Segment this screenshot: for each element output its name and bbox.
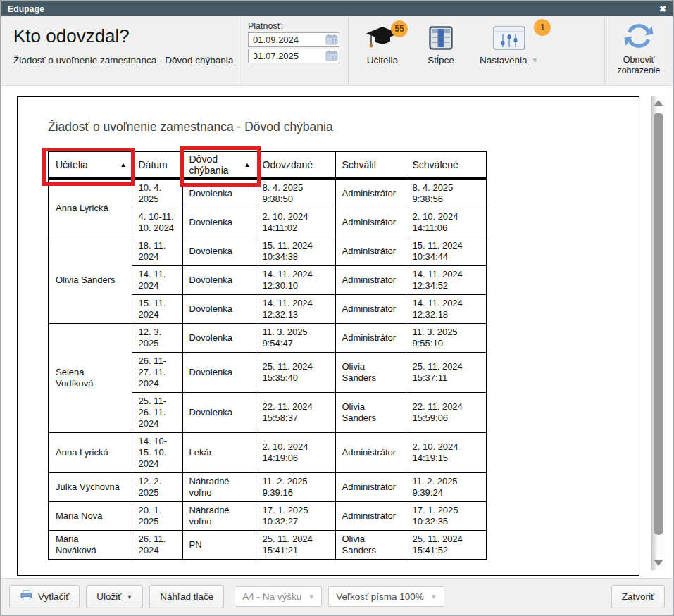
table-cell: 20. 1. 2025: [132, 502, 182, 531]
table-cell: 11. 2. 2025 9:39:16: [256, 473, 335, 502]
chevron-down-icon[interactable]: ▼: [532, 56, 539, 64]
table-row: Julka Výchovná12. 2. 2025Náhradné voľno1…: [49, 473, 487, 502]
table-cell: 15. 11. 2024: [132, 295, 182, 324]
table-cell: 12. 3. 2025: [132, 324, 182, 353]
table-row: Mária Nová20. 1. 2025Náhradné voľno17. 1…: [49, 502, 487, 531]
table-cell: 10. 4. 2025: [132, 179, 182, 208]
teacher-name-cell: Olivia Sanders: [49, 237, 132, 324]
chevron-down-icon: ▼: [430, 593, 437, 601]
scroll-up-icon[interactable]: [654, 100, 663, 106]
print-preview-page: Žiadosť o uvoľnenie zamestnanca - Dôvod …: [17, 96, 639, 576]
table-cell: 22. 11. 2024 15:58:37: [256, 393, 335, 433]
table-cell: PN: [182, 531, 256, 560]
teacher-name-cell: Selena Vodíková: [49, 324, 132, 433]
table-cell: Olivia Sanders: [335, 393, 406, 433]
table-cell: 14. 11. 2024 12:30:10: [256, 266, 335, 295]
table-row: Olivia Sanders18. 11. 2024Dovolenka15. 1…: [49, 237, 487, 266]
table-row: Mária Nováková26. 11. 2024PN25. 11. 2024…: [49, 531, 487, 560]
titlebar: Edupage ✖: [1, 1, 673, 16]
columns-button[interactable]: Stĺpce: [421, 21, 461, 85]
table-cell: 15. 11. 2024 10:34:38: [256, 237, 335, 266]
table-cell: 4. 10-11. 10. 2024: [132, 208, 182, 237]
font-size-select[interactable]: Veľkosť písma 100% ▼: [328, 586, 444, 607]
table-cell: Administrátor: [335, 295, 406, 324]
table-cell: Dovolenka: [182, 295, 256, 324]
table-row: Selena Vodíková12. 3. 2025Dovolenka11. 3…: [49, 324, 487, 353]
table-cell: 14. 11. 2024: [132, 266, 182, 295]
column-header-label: Schválil: [342, 159, 376, 170]
table-cell: Dovolenka: [182, 393, 256, 433]
sort-asc-icon: ▲: [244, 161, 251, 168]
scroll-down-icon[interactable]: [654, 560, 663, 566]
table-cell: 25. 11. 2024 15:41:21: [256, 531, 335, 560]
column-header-0[interactable]: Učitelia▲: [49, 151, 132, 179]
table-cell: Dovolenka: [182, 208, 256, 237]
table-cell: 17. 1. 2025 10:32:35: [406, 502, 487, 531]
column-header-2[interactable]: Dôvod chýbania▲: [182, 151, 256, 179]
refresh-icon: [624, 21, 654, 54]
page-subtitle: Žiadosť o uvoľnenie zamestnanca - Dôvod …: [13, 55, 239, 65]
report-table-body: Anna Lyrická10. 4. 2025Dovolenka8. 4. 20…: [49, 179, 487, 560]
table-cell: Lekár: [182, 433, 256, 473]
table-cell: 25. 11. 2024 15:35:40: [256, 353, 335, 393]
table-cell: Dovolenka: [182, 324, 256, 353]
teachers-button[interactable]: 55 Učitelia: [363, 21, 402, 85]
column-header-1[interactable]: Dátum: [132, 151, 182, 179]
table-cell: 22. 11. 2024 15:59:06: [406, 393, 487, 433]
footer-toolbar: Vytlačiť Uložiť ▼ Náhľad tlače A4 - Na v…: [1, 578, 673, 615]
header-title-block: Kto odovzdal? Žiadosť o uvoľnenie zamest…: [1, 16, 239, 85]
table-cell: Administrátor: [335, 237, 406, 266]
refresh-view-button[interactable]: Obnoviť zobrazenie: [604, 16, 673, 85]
column-header-4[interactable]: Schválil: [335, 151, 406, 179]
chevron-down-icon: ▼: [126, 593, 132, 601]
print-button[interactable]: Vytlačiť: [9, 585, 80, 608]
column-header-5[interactable]: Schválené: [406, 151, 487, 179]
refresh-label: Obnoviť zobrazenie: [617, 55, 660, 76]
table-cell: Náhradné voľno: [182, 502, 256, 531]
save-button[interactable]: Uložiť ▼: [86, 585, 143, 608]
report-title: Žiadosť o uvoľnenie zamestnanca - Dôvod …: [48, 120, 333, 134]
table-cell: Dovolenka: [182, 266, 256, 295]
close-button[interactable]: Zatvoriť: [611, 585, 665, 608]
page-format-select[interactable]: A4 - Na výšku ▼: [235, 586, 322, 607]
table-cell: 14. 11. 2024 12:32:13: [256, 295, 335, 324]
sort-asc-icon: ▲: [120, 161, 127, 168]
close-icon[interactable]: ✖: [659, 5, 666, 13]
table-cell: Administrátor: [335, 179, 406, 208]
teacher-name-cell: Anna Lyrická: [49, 433, 132, 473]
chevron-down-icon: ▼: [308, 593, 315, 601]
settings-button[interactable]: 1 Nastavenia ▼: [480, 21, 538, 85]
table-header-row: Učitelia▲DátumDôvod chýbania▲OdovzdanéSc…: [49, 151, 487, 179]
edupage-dialog: Edupage ✖ Kto odovzdal? Žiadosť o uvoľne…: [0, 0, 674, 616]
table-cell: Dovolenka: [182, 353, 256, 393]
table-cell: 25. 11. 2024 15:41:52: [406, 531, 487, 560]
calendar-icon[interactable]: 17: [325, 34, 338, 45]
teachers-label: Učitelia: [367, 55, 398, 65]
table-cell: Administrátor: [335, 502, 406, 531]
table-columns-icon: [429, 21, 453, 55]
columns-label: Stĺpce: [428, 55, 454, 65]
svg-text:17: 17: [332, 55, 337, 60]
table-cell: 14. 11. 2024 12:32:18: [406, 295, 487, 324]
column-header-3[interactable]: Odovzdané: [256, 151, 335, 179]
calendar-icon[interactable]: 17: [325, 50, 338, 61]
sliders-icon: [493, 21, 525, 55]
table-cell: 2. 10. 2024 14:19:06: [256, 433, 335, 473]
vertical-scrollbar[interactable]: [651, 96, 665, 570]
column-header-label: Schválené: [413, 159, 458, 170]
table-cell: 25. 11-26. 11. 2024: [132, 393, 182, 433]
table-cell: 26. 11. 2024: [132, 531, 182, 560]
table-row: Anna Lyrická14. 10-15. 10. 2024Lekár2. 1…: [49, 433, 487, 473]
column-header-label: Dôvod chýbania: [189, 153, 242, 176]
table-cell: 11. 2. 2025 9:39:24: [406, 473, 487, 502]
table-cell: 12. 2. 2025: [132, 473, 182, 502]
table-cell: Dovolenka: [182, 179, 256, 208]
table-cell: 25. 11. 2024 15:37:11: [406, 353, 487, 393]
scrollbar-thumb[interactable]: [654, 113, 663, 535]
teacher-name-cell: Mária Nováková: [49, 531, 132, 560]
print-preview-button[interactable]: Náhľad tlače: [149, 585, 224, 608]
table-cell: 8. 4. 2025 9:38:50: [256, 179, 335, 208]
table-cell: Olivia Sanders: [335, 353, 406, 393]
table-cell: Náhradné voľno: [182, 473, 256, 502]
column-header-label: Dátum: [139, 159, 168, 170]
